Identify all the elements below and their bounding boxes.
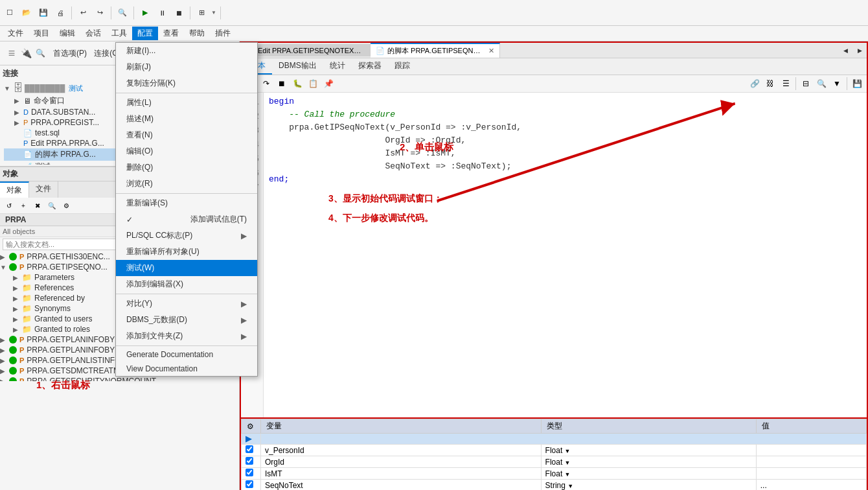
menu-session[interactable]: 会话 xyxy=(80,27,106,40)
bookmark-btn[interactable]: ▼ xyxy=(830,76,844,91)
print-btn[interactable]: 🖨 xyxy=(53,6,67,20)
code-line-5: IsMT => :IsMT, xyxy=(269,147,862,160)
sep2 xyxy=(111,6,111,19)
debug-row-3[interactable]: SeqNoText String ▼ ... xyxy=(242,480,867,491)
ctx-compare[interactable]: 对比(Y) ▶ xyxy=(116,296,257,312)
debug-row-0[interactable]: v_PersonId Float ▼ xyxy=(242,445,867,456)
dropdown-2[interactable]: ▼ xyxy=(565,471,571,478)
sub-tab-explorer[interactable]: 探索器 xyxy=(352,58,388,75)
menu-file[interactable]: 文件 xyxy=(3,27,29,40)
paste-btn[interactable]: 📌 xyxy=(321,76,336,91)
ctx-gen-doc[interactable]: Generate Documentation xyxy=(116,347,257,362)
var-val-2 xyxy=(756,468,866,480)
code-content[interactable]: begin -- Call the procedure prpa.GetIPSe… xyxy=(264,93,867,417)
editor-tab-1[interactable]: 📄 的脚本 PRPA.GETIPSEQNOTEXT@172.18.133.194… xyxy=(371,43,500,58)
redo-btn[interactable]: ↪ xyxy=(93,6,107,20)
ctx-dbms-meta[interactable]: DBMS_元数据(D) ▶ xyxy=(116,312,257,328)
menu-tools[interactable]: 工具 xyxy=(106,27,132,40)
ctx-recompile-all[interactable]: 重新编译所有对象(U) xyxy=(116,244,257,260)
new-btn[interactable]: ☐ xyxy=(3,6,17,20)
sub-tabs: 脚本 DBMS输出 统计 探索器 跟踪 xyxy=(241,58,867,75)
menu-view[interactable]: 查看 xyxy=(158,27,184,40)
open-btn[interactable]: 📂 xyxy=(19,6,34,20)
dropdown-0[interactable]: ▼ xyxy=(565,448,571,454)
ctx-browse[interactable]: 浏览(R) xyxy=(116,176,257,192)
search-icon[interactable]: 🔍 xyxy=(34,47,47,60)
debug-row-2[interactable]: IsMT Float ▼ xyxy=(242,468,867,480)
sub-tab-trace[interactable]: 跟踪 xyxy=(388,58,417,75)
close-tab-1[interactable]: ✕ xyxy=(488,47,494,55)
check-cell-1[interactable] xyxy=(242,456,261,468)
debug-row-1[interactable]: OrgId Float ▼ xyxy=(242,456,867,468)
filter-btn[interactable]: 🔍 xyxy=(45,199,58,212)
ctx-edit[interactable]: 编辑(O) xyxy=(116,143,257,159)
tab-files[interactable]: 文件 xyxy=(29,181,58,198)
checkbox-2[interactable] xyxy=(246,469,253,476)
add-btn[interactable]: + xyxy=(17,199,30,212)
copy-btn[interactable]: 📋 xyxy=(306,76,320,91)
ctx-copy-sep[interactable]: 复制连分隔(K) xyxy=(116,75,257,91)
ctx-props[interactable]: 属性(L) xyxy=(116,95,257,111)
list-btn[interactable]: ☰ xyxy=(779,76,793,91)
ctx-test[interactable]: 测试(W) xyxy=(116,260,257,276)
sep-code xyxy=(795,77,796,90)
check-cell-2[interactable] xyxy=(242,468,261,480)
stop-code-btn[interactable]: ⏹ xyxy=(275,76,289,91)
search-code-btn[interactable]: 🔍 xyxy=(814,76,828,91)
menu-project[interactable]: 项目 xyxy=(29,27,54,40)
debug-btn[interactable]: 🐛 xyxy=(290,76,304,91)
checkbox-0[interactable] xyxy=(246,445,253,453)
context-menu: 新建(I)... 刷新(J) 复制连分隔(K) 属性(L) 描述(M) 查看(N… xyxy=(115,42,258,377)
refresh-btn[interactable]: ↺ xyxy=(3,199,16,212)
var-type-1: Float ▼ xyxy=(541,456,756,468)
undo-btn[interactable]: ↩ xyxy=(76,6,90,20)
ctx-recompile[interactable]: 重新编译(S) xyxy=(116,195,257,211)
stop-btn[interactable]: ⏹ xyxy=(172,6,186,20)
ctx-add-folder[interactable]: 添加到文件夹(Z) ▶ xyxy=(116,328,257,344)
run-btn[interactable]: ▶ xyxy=(138,6,152,20)
sub-tab-stats[interactable]: 统计 xyxy=(323,58,352,75)
tab-scroll-right[interactable]: ▶ xyxy=(852,43,867,58)
step-btn[interactable]: ↷ xyxy=(259,76,273,91)
tab-objects[interactable]: 对象 xyxy=(0,181,29,198)
link-btn[interactable]: 🔗 xyxy=(748,76,762,91)
ctx-add-editor[interactable]: 添加到编辑器(X) xyxy=(116,276,257,292)
ctx-view-doc[interactable]: View Documentation xyxy=(116,362,257,376)
chain-btn[interactable]: ⛓ xyxy=(763,76,777,91)
dropdown-3[interactable]: ▼ xyxy=(567,483,573,489)
format-btn[interactable]: ⊟ xyxy=(799,76,813,91)
grid-dropdown[interactable]: ▼ xyxy=(211,10,216,16)
tab-scroll-left[interactable]: ◀ xyxy=(838,43,852,58)
folder-icon-gtu: 📁 xyxy=(22,314,32,323)
check-cell-3[interactable] xyxy=(242,480,261,491)
check-cell-0[interactable] xyxy=(242,445,261,456)
obj-tree-item-6[interactable]: ▶ P PRPA.GETSECURITYNORMCOUNT xyxy=(0,376,239,381)
pref-icon[interactable]: ≡ xyxy=(5,47,18,60)
sub-tab-dbms[interactable]: DBMS输出 xyxy=(272,58,323,75)
pause-btn[interactable]: ⏸ xyxy=(155,6,169,20)
ctx-desc[interactable]: 描述(M) xyxy=(116,111,257,127)
ctx-add-debug[interactable]: ✓ 添加调试信息(T) xyxy=(116,211,257,228)
editor-tab-0[interactable]: 📝 Edit PRPA.GETIPSEQNOTEXT@172.18.133.19… xyxy=(241,44,371,56)
config-btn2[interactable]: ⚙ xyxy=(60,199,73,212)
pref-label[interactable]: 首选项(P) xyxy=(53,49,87,58)
ctx-refresh[interactable]: 刷新(J) xyxy=(116,59,257,75)
menu-config[interactable]: 配置 xyxy=(132,27,158,40)
grid-btn[interactable]: ⊞ xyxy=(194,6,209,20)
ctx-view[interactable]: 查看(N) xyxy=(116,127,257,143)
dropdown-1[interactable]: ▼ xyxy=(565,460,571,466)
find-btn[interactable]: 🔍 xyxy=(115,6,130,20)
checkbox-1[interactable] xyxy=(246,457,253,465)
del-btn[interactable]: ✖ xyxy=(31,199,44,212)
menu-edit[interactable]: 编辑 xyxy=(54,27,80,40)
conn-icon[interactable]: 🔌 xyxy=(19,47,32,60)
save-btn[interactable]: 💾 xyxy=(36,6,51,20)
code-line-3: prpa.GetIPSeqNoText(v_PersonId => :v_Per… xyxy=(269,121,862,134)
menu-plugin[interactable]: 插件 xyxy=(210,27,236,40)
checkbox-3[interactable] xyxy=(246,480,253,488)
save-code-btn[interactable]: 💾 xyxy=(850,76,864,91)
ctx-plsql-cc[interactable]: PL/SQL CC标志(P) ▶ xyxy=(116,228,257,244)
ctx-new[interactable]: 新建(I)... xyxy=(116,43,257,59)
ctx-delete[interactable]: 删除(Q) xyxy=(116,159,257,176)
menu-help[interactable]: 帮助 xyxy=(184,27,210,40)
